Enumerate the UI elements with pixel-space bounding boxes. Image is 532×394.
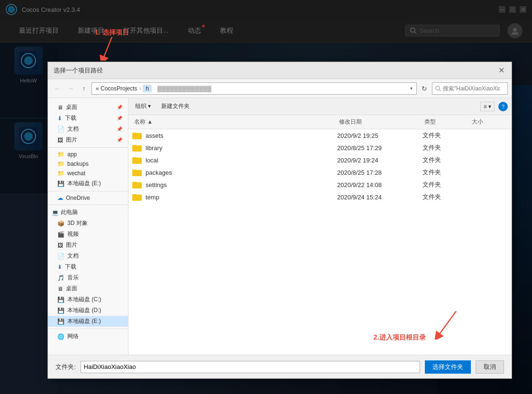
folder-icon-assets (132, 132, 142, 139)
onedrive-icon: ☁ (57, 195, 63, 201)
folder-icon-library (132, 144, 142, 152)
sidebar-divider-3 (48, 205, 128, 205)
dialog-titlebar: 选择一个项目路径 ✕ (48, 62, 512, 79)
sidebar-onedrive[interactable]: ☁ OneDrive (48, 193, 128, 203)
network-icon: 🌐 (57, 333, 64, 340)
file-row-temp[interactable]: temp 2020/9/24 15:24 文件夹 (128, 191, 512, 203)
dialog-bottom: 文件夹: 选择文件夹 取消 (48, 355, 512, 378)
forward-button[interactable]: → (65, 83, 76, 94)
breadcrumb: « CocosProjects › h ▓▓▓▓▓▓▓▓▓▓▓▓▓ (96, 85, 211, 92)
sidebar-drive-d[interactable]: 💾 本地磁盘 (D:) (48, 305, 128, 316)
dialog-toolbar: ← → ↑ « CocosProjects › h ▓▓▓▓▓▓▓▓▓▓▓▓▓ … (48, 79, 512, 98)
drive-e-pc-icon: 💾 (57, 318, 64, 325)
file-row-library[interactable]: library 2020/8/25 17:29 文件夹 (128, 142, 512, 154)
drive-c-icon: 💾 (57, 296, 64, 303)
app-window: Cocos Creator v2.3.4 ─ □ ✕ 最近打开项目 新建项目 打… (0, 0, 532, 394)
file-name-local: local (132, 156, 337, 164)
desktop-icon: 🖥 (57, 104, 63, 111)
wechat-folder-icon: 📁 (57, 170, 64, 177)
address-dropdown-arrow[interactable]: ▾ (410, 86, 413, 91)
dialog-title: 选择一个项目路径 (54, 66, 496, 75)
sidebar-pictures-quick[interactable]: 🖼 图片 📌 (48, 134, 128, 145)
file-row-settings[interactable]: settings 2020/9/22 14:08 文件夹 (128, 179, 512, 191)
folder-icon-packages (132, 169, 142, 176)
sidebar-network[interactable]: 🌐 网络 (48, 331, 128, 342)
desktop-pc-icon: 🖥 (57, 286, 63, 292)
sidebar-divider-2 (48, 191, 128, 191)
sidebar-divider-1 (48, 147, 128, 148)
music-icon: 🎵 (57, 275, 64, 281)
sidebar-desktop-quick[interactable]: 🖥 桌面 📌 (48, 102, 128, 113)
help-button[interactable]: ? (498, 102, 508, 111)
breadcrumb-current: h (143, 85, 152, 92)
file-row-assets[interactable]: assets 2020/9/2 19:25 文件夹 (128, 129, 512, 142)
sidebar-divider-4 (48, 329, 128, 329)
organize-button[interactable]: 组织 ▾ (132, 101, 154, 112)
sidebar-download-quick[interactable]: ⬇ 下载 📌 (48, 113, 128, 124)
sidebar-drive-c[interactable]: 💾 本地磁盘 (C:) (48, 294, 128, 305)
sidebar-3d[interactable]: 📦 3D 对象 (48, 218, 128, 229)
new-folder-button[interactable]: 新建文件夹 (157, 101, 193, 112)
sidebar-thispc-header[interactable]: 💻 此电脑 (48, 207, 128, 218)
file-row-local[interactable]: local 2020/9/2 19:24 文件夹 (128, 154, 512, 166)
refresh-button[interactable]: ↻ (419, 83, 430, 94)
drive-e-icon: 💾 (57, 180, 64, 187)
address-bar[interactable]: « CocosProjects › h ▓▓▓▓▓▓▓▓▓▓▓▓▓ ▾ (92, 82, 417, 95)
sidebar-backups[interactable]: 📁 backups (48, 159, 128, 169)
cancel-button[interactable]: 取消 (476, 360, 504, 374)
sidebar-documents-quick[interactable]: 📄 文档 📌 (48, 124, 128, 134)
filename-input[interactable] (81, 361, 420, 373)
col-type[interactable]: 类型 (422, 117, 470, 127)
select-folder-button[interactable]: 选择文件夹 (425, 360, 471, 374)
file-name-library: library (132, 144, 337, 152)
dialog-search-box (432, 82, 508, 95)
dialog-search-input[interactable] (443, 85, 500, 92)
documents-pc-icon: 📄 (57, 253, 64, 260)
file-dialog: 选择一个项目路径 ✕ ← → ↑ « CocosProjects › h ▓▓▓… (47, 62, 512, 379)
download-icon: ⬇ (57, 115, 62, 122)
drive-d-icon: 💾 (57, 307, 64, 314)
document-icon: 📄 (57, 126, 64, 133)
filename-label: 文件夹: (55, 363, 76, 371)
3d-icon: 📦 (57, 220, 64, 227)
folder-icon-settings (132, 181, 142, 188)
folder-icon-local (132, 156, 142, 164)
col-size[interactable]: 大小 (470, 117, 508, 127)
file-name-settings: settings (132, 181, 337, 188)
sidebar-desktop-pc[interactable]: 🖥 桌面 (48, 283, 128, 294)
file-name-assets: assets (132, 132, 337, 139)
breadcrumb-root: « CocosProjects (96, 85, 137, 92)
pin-icon-4: 📌 (117, 137, 122, 143)
sidebar-download-pc[interactable]: ⬇ 下载 (48, 261, 128, 272)
sidebar-app[interactable]: 📁 app (48, 150, 128, 159)
col-modified[interactable]: 修改日期 (337, 117, 422, 127)
sidebar-music[interactable]: 🎵 音乐 (48, 272, 128, 283)
picture-icon: 🖼 (57, 137, 63, 143)
col-name[interactable]: 名称 ▲ (132, 117, 337, 127)
up-button[interactable]: ↑ (78, 83, 90, 94)
file-row-packages[interactable]: packages 2020/8/25 17:28 文件夹 (128, 166, 512, 179)
video-icon: 🎬 (57, 231, 64, 238)
content-toolbar: 组织 ▾ 新建文件夹 ≡ ▾ ? (128, 98, 512, 115)
app-folder-icon: 📁 (57, 151, 64, 158)
left-sidebar: 🖥 桌面 📌 ⬇ 下载 📌 📄 文档 📌 🖼 图片 📌 (48, 98, 128, 355)
back-button[interactable]: ← (52, 83, 63, 94)
sidebar-documents-pc[interactable]: 📄 文档 (48, 251, 128, 261)
sidebar-drive-e-pc[interactable]: 💾 本地磁盘 (E:) (48, 316, 128, 327)
pin-icon: 📌 (117, 105, 122, 110)
sidebar-pictures-pc[interactable]: 🖼 图片 (48, 240, 128, 251)
file-list-area: 名称 ▲ 修改日期 类型 大小 assets 2020/9/2 19: (128, 115, 512, 355)
sidebar-wechat[interactable]: 📁 wechat (48, 169, 128, 178)
dialog-search-icon (435, 86, 441, 91)
sidebar-drive-e[interactable]: 💾 本地磁盘 (E:) (48, 178, 128, 189)
pin-icon-2: 📌 (117, 116, 122, 121)
view-button[interactable]: ≡ ▾ (480, 102, 495, 111)
dialog-content: 🖥 桌面 📌 ⬇ 下载 📌 📄 文档 📌 🖼 图片 📌 (48, 98, 512, 355)
right-content: 组织 ▾ 新建文件夹 ≡ ▾ ? (128, 98, 512, 355)
dialog-close-button[interactable]: ✕ (496, 66, 506, 75)
pictures-pc-icon: 🖼 (57, 242, 63, 249)
folder-icon-temp (132, 193, 142, 201)
sidebar-video[interactable]: 🎬 视频 (48, 229, 128, 240)
file-name-packages: packages (132, 169, 337, 176)
svg-line-13 (439, 90, 440, 91)
